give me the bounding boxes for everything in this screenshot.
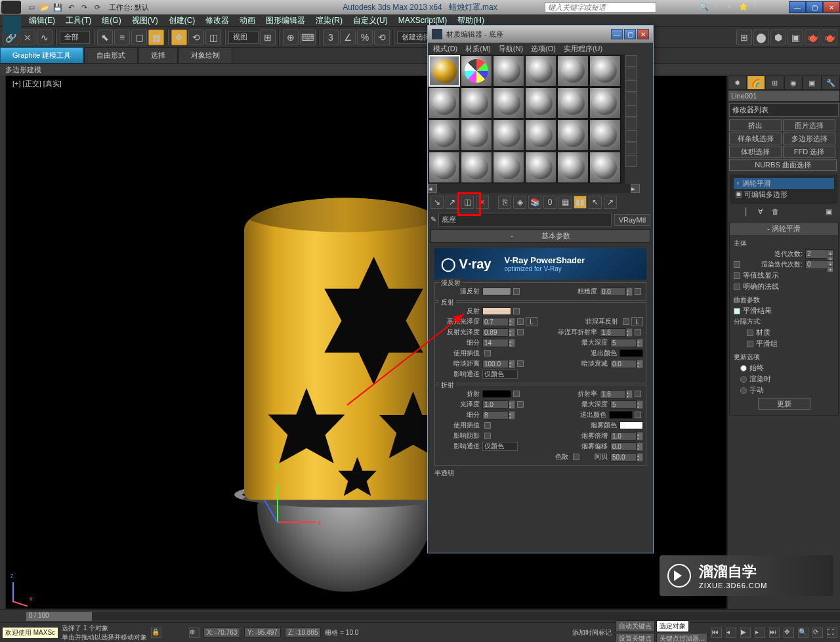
hierarchy-tab-icon[interactable]: ⊞ (765, 75, 784, 90)
app-badge-icon[interactable] (3, 16, 21, 34)
material-slot-22[interactable] (525, 152, 556, 183)
play-next-icon[interactable]: ▸ (755, 628, 765, 638)
modifier-spline-select[interactable]: 样条线选择 (729, 133, 782, 144)
backlight-icon[interactable] (625, 68, 637, 79)
menu-render[interactable]: 渲染(R) (310, 15, 348, 26)
link-icon[interactable]: ⟳ (92, 2, 102, 12)
lock-selection-icon[interactable]: 🔒 (151, 628, 161, 638)
material-slot-4[interactable] (525, 55, 556, 87)
material-slot-9[interactable] (493, 87, 524, 119)
refract-subdivs-spinner[interactable]: 8 (482, 411, 509, 419)
tab-freeform[interactable]: 自由形式 (84, 47, 138, 63)
new-icon[interactable]: ▭ (26, 2, 37, 12)
material-slot-15[interactable] (493, 119, 524, 151)
ribbon-panel-label[interactable]: 多边形建模 (0, 64, 840, 75)
mat-minimize-button[interactable]: — (611, 29, 623, 39)
roughness-map-checkbox[interactable] (635, 288, 641, 295)
key-filters-button[interactable]: 关键点过滤器... (656, 633, 707, 642)
workspace-label[interactable]: 工作台: 默认 (109, 3, 149, 12)
orbit-icon[interactable]: ⟳ (812, 628, 823, 638)
fog-mult-spinner[interactable]: 1.0 (610, 432, 637, 440)
unlink-tool-icon[interactable]: ⤫ (20, 30, 35, 45)
material-slot-6[interactable] (589, 55, 621, 87)
viewport-label[interactable]: [+] [正交] [真实] (12, 79, 62, 89)
utilities-tab-icon[interactable]: 🔧 (822, 75, 841, 90)
material-slot-21[interactable] (493, 152, 524, 183)
mat-maximize-button[interactable]: ▢ (624, 29, 636, 39)
refract-ior-spinner[interactable]: 1.6 (600, 390, 626, 398)
search-input[interactable] (545, 2, 656, 12)
pivot-icon[interactable]: ⊞ (260, 30, 276, 45)
go-parent-icon[interactable]: ↖ (589, 196, 602, 209)
modifier-list-combo[interactable]: 修改器列表 (729, 103, 839, 117)
material-id-icon[interactable]: 0 (543, 196, 556, 209)
hilight-map-checkbox[interactable] (517, 318, 524, 325)
menu-tools[interactable]: 工具(T) (60, 15, 96, 26)
reflect-maxdepth-spinner[interactable]: 5 (610, 339, 637, 347)
reflect-gloss-map-checkbox[interactable] (517, 329, 524, 335)
object-name-field[interactable]: Line001 (728, 90, 840, 102)
refract-map-checkbox[interactable] (513, 391, 520, 397)
menu-customize[interactable]: 自定义(U) (348, 15, 393, 26)
options-icon[interactable] (625, 130, 637, 142)
reflect-swatch[interactable] (482, 307, 511, 315)
material-slot-23[interactable] (557, 152, 589, 183)
move-tool-icon[interactable]: ✥ (171, 30, 187, 45)
diffuse-swatch[interactable] (482, 288, 511, 295)
material-slot-20[interactable] (461, 152, 492, 183)
tab-graphite[interactable]: Graphite 建模工具 (0, 47, 83, 63)
dim-dist-checkbox[interactable] (517, 360, 524, 367)
modifier-poly-select[interactable]: 多边形选择 (783, 133, 835, 144)
render-icon[interactable]: 🫖 (822, 30, 837, 45)
uv-tile-icon[interactable] (625, 93, 637, 104)
rollout-basic-params-header[interactable]: - 基本参数 (430, 229, 650, 243)
sample-type-icon[interactable] (625, 55, 637, 67)
menu-animation[interactable]: 动画 (234, 15, 261, 26)
put-to-library-icon[interactable]: 📚 (528, 196, 541, 209)
isoline-checkbox[interactable] (734, 272, 740, 279)
selection-filter[interactable]: 全部 (60, 31, 90, 44)
abbe-spinner[interactable]: 50.0 (610, 453, 637, 461)
communication-icon[interactable]: ☆ (713, 3, 722, 12)
mat-menu-options[interactable]: 选项(O) (528, 44, 558, 54)
refract-ior-map-checkbox[interactable] (635, 391, 641, 397)
material-slot-2[interactable] (461, 55, 492, 87)
close-button[interactable]: ✕ (823, 1, 840, 13)
modifier-extrude[interactable]: 挤出 (729, 119, 782, 131)
play-start-icon[interactable]: ⏮ (711, 628, 722, 638)
modifier-patch-select[interactable]: 面片选择 (783, 119, 835, 131)
refract-gloss-spinner[interactable]: 1.0 (482, 400, 509, 409)
show-end-result-icon[interactable]: ▮▮ (574, 196, 587, 209)
by-smg-checkbox[interactable] (747, 341, 753, 347)
assign-to-selection-icon[interactable]: ◫ (461, 196, 474, 209)
material-slot-10[interactable] (525, 87, 556, 119)
fog-color-swatch[interactable] (620, 421, 643, 429)
set-key-button[interactable]: 设置关键点 (616, 633, 655, 642)
refract-exit-swatch[interactable] (609, 411, 633, 419)
background-icon[interactable] (625, 80, 637, 92)
app-icon[interactable] (1, 1, 21, 14)
video-check-icon[interactable] (625, 105, 637, 117)
hilight-gloss-spinner[interactable]: 0.7 (482, 318, 509, 326)
modifier-nurbs-select[interactable]: NURBS 曲面选择 (729, 159, 837, 171)
mat-menu-material[interactable]: 材质(M) (463, 44, 494, 54)
dim-falloff-spinner[interactable]: 0.0 (610, 360, 637, 368)
save-icon[interactable]: 💾 (52, 2, 63, 12)
open-icon[interactable]: 📂 (39, 2, 50, 12)
select-tool-icon[interactable]: ⬉ (97, 30, 113, 45)
teapot-icon[interactable]: 🫖 (805, 30, 820, 45)
mat-close-button[interactable]: ✕ (637, 29, 649, 39)
render-radio[interactable] (740, 376, 747, 383)
schematic-icon[interactable]: ⊞ (736, 30, 752, 45)
undo-icon[interactable]: ↶ (66, 2, 76, 12)
refract-interp-checkbox[interactable] (484, 422, 491, 429)
z-field[interactable]: Z: -10.885 (285, 628, 322, 637)
mat-editor-titlebar[interactable]: 材质编辑器 - 底座 — ▢ ✕ (428, 26, 653, 43)
refract-exit-checkbox[interactable] (635, 412, 641, 418)
iterations-spinner[interactable]: 2▴▾ (805, 249, 834, 259)
stack-item-editable-poly[interactable]: ▣ 可编辑多边形 (734, 189, 834, 200)
mat-menu-nav[interactable]: 导航(N) (496, 44, 526, 54)
render-setup-icon[interactable]: ⬢ (770, 30, 786, 45)
configure-icon[interactable]: ▣ (826, 207, 837, 219)
go-forward-icon[interactable]: ↗ (604, 196, 617, 209)
